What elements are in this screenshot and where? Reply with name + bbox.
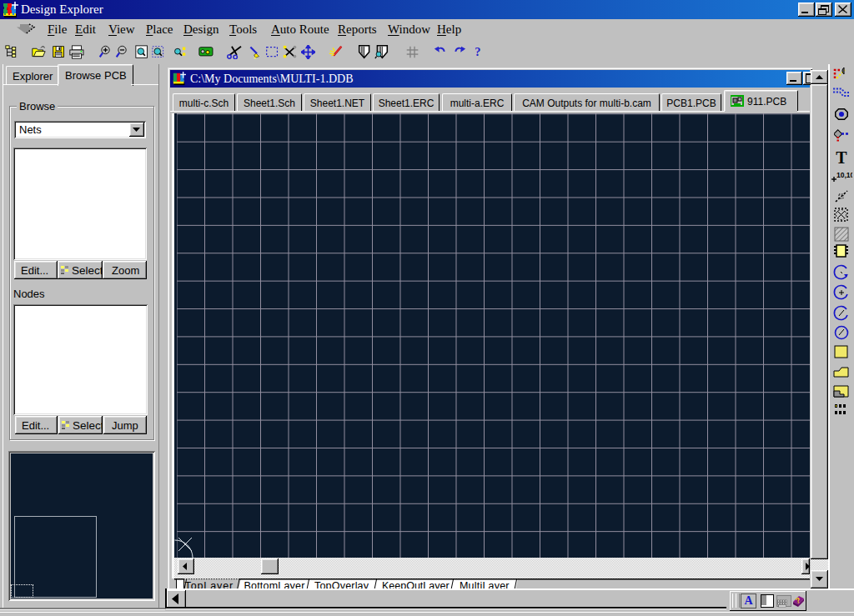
svg-text:MultiLayer: MultiLayer	[460, 580, 510, 588]
svg-text:10,10: 10,10	[836, 171, 852, 179]
svg-text:TopLayer: TopLayer	[185, 580, 234, 588]
svg-text:T: T	[836, 150, 847, 165]
svg-text:?: ?	[475, 45, 480, 58]
svg-text:BottomLayer: BottomLayer	[244, 580, 305, 588]
svg-text:KeepOutLayer: KeepOutLayer	[382, 580, 450, 588]
svg-text:TopOverlay: TopOverlay	[314, 580, 369, 588]
